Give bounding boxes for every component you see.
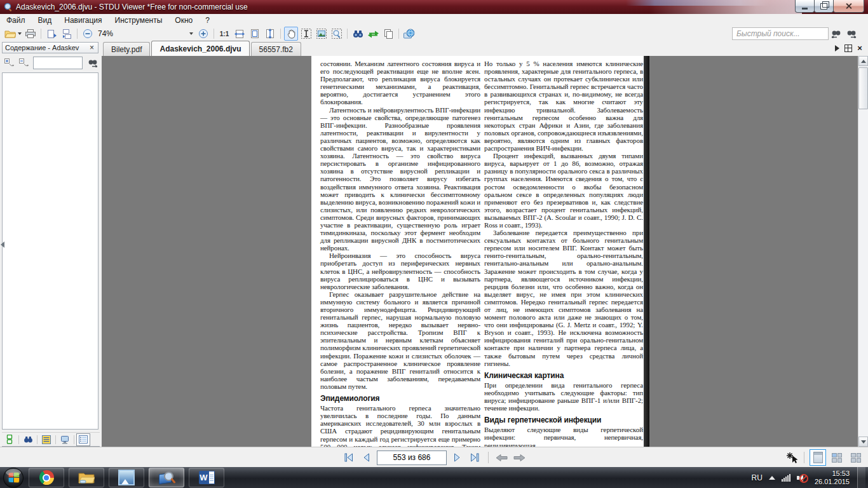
minimize-icon [802, 8, 808, 10]
taskbar-chrome-button[interactable] [29, 468, 64, 487]
menu-file[interactable]: Файл [0, 15, 32, 26]
paragraph: состоянии. Механизм латентного состояния… [320, 60, 480, 106]
minimize-button[interactable] [795, 0, 815, 13]
titlebar-glass-fade [649, 0, 802, 14]
contents-search-button[interactable] [86, 57, 99, 69]
menu-view[interactable]: Вид [32, 15, 58, 26]
layout-single-page-button[interactable] [810, 449, 826, 466]
window-list-icon [844, 44, 852, 52]
menu-navigation[interactable]: Навигация [58, 15, 108, 26]
next-page-button[interactable] [451, 451, 464, 464]
find-previous-button[interactable] [829, 27, 843, 41]
zoom-in-button[interactable] [196, 27, 210, 41]
print-button[interactable] [24, 27, 37, 41]
thumbnails-panel-button[interactable] [3, 433, 17, 446]
photo-viewer-icon [118, 470, 135, 485]
taskbar-clock[interactable]: 15:53 26.01.2015 [815, 470, 850, 486]
scroll-tabs-button[interactable] [831, 43, 843, 54]
taskbar-word-button[interactable]: W [189, 468, 224, 487]
window-title: Adaskevich_2006.djvu - STDU Viewer *Free… [16, 3, 248, 11]
paragraph: Но только у 5 % населения имеются клинич… [484, 60, 643, 152]
network-signal-icon[interactable] [782, 473, 790, 482]
search-panel-button[interactable] [21, 433, 35, 446]
stdu-viewer-window: Adaskevich_2006.djvu - STDU Viewer *Free… [0, 0, 868, 488]
online-update-button[interactable] [402, 27, 416, 41]
close-button[interactable] [833, 0, 864, 13]
section-heading-epidemiology: Эпидемиология [320, 395, 480, 402]
zoom-dropdown-icon [189, 32, 193, 35]
layout-grid-button[interactable] [848, 449, 864, 466]
contents-panel-button[interactable] [76, 433, 90, 446]
restore-button[interactable] [814, 0, 834, 13]
zoom-region-tool-button[interactable] [330, 27, 344, 41]
language-indicator[interactable]: RU [752, 473, 763, 482]
window-list-button[interactable] [843, 43, 854, 54]
brightness-adjust-icon[interactable] [786, 451, 799, 464]
scroll-down-icon [861, 440, 866, 444]
show-desktop-button[interactable] [857, 467, 865, 488]
hand-tool-button[interactable] [284, 27, 298, 41]
clock-time: 15:53 [815, 470, 850, 478]
document-view[interactable]: состоянии. Механизм латентного состояния… [102, 56, 868, 447]
contents-sidebar: Содержание - Adaskev × [0, 41, 102, 447]
export-panel-button[interactable] [58, 433, 72, 446]
actual-size-button[interactable]: 1:1 [217, 27, 231, 41]
fit-height-button[interactable] [263, 27, 277, 41]
switch-view-button[interactable] [366, 27, 380, 41]
close-tab-button[interactable]: × [854, 43, 865, 54]
page-number-input[interactable] [377, 451, 447, 465]
contents-tree[interactable] [2, 72, 98, 430]
fit-page-button[interactable] [248, 27, 262, 41]
hidden-icons-button[interactable] [769, 476, 775, 480]
section-heading-infection-types: Виды герпетической инфекции [484, 416, 643, 424]
volume-muted-icon[interactable] [797, 473, 808, 483]
paragraph: При определении вида генитального герпес… [484, 381, 643, 412]
last-page-button[interactable] [468, 451, 481, 464]
close-icon [845, 3, 852, 10]
paragraph: Заболевание передается преимущественно п… [484, 229, 643, 367]
word-icon: W [199, 471, 215, 484]
zoom-level-value: 74% [98, 29, 113, 38]
scrollbar-thumb[interactable] [858, 67, 868, 109]
select-image-tool-button[interactable] [315, 27, 329, 41]
history-back-button[interactable] [496, 451, 508, 464]
expand-all-button[interactable] [3, 57, 16, 69]
taskbar-stdu-viewer-button[interactable] [149, 468, 184, 487]
history-forward-button[interactable] [513, 451, 526, 464]
zoom-level-combobox[interactable]: 74% [95, 28, 196, 39]
document-page: состоянии. Механизм латентного состояния… [311, 56, 649, 447]
zoom-out-button[interactable] [81, 27, 95, 41]
tab-adaskevich-djvu[interactable]: Adaskevich_2006.djvu [151, 41, 249, 56]
menu-tools[interactable]: Инструменты [109, 15, 169, 26]
view-continuous-button[interactable] [60, 27, 74, 41]
select-text-tool-button[interactable] [299, 27, 313, 41]
status-bar [0, 447, 868, 468]
open-file-button[interactable] [4, 27, 22, 41]
collapse-all-button[interactable] [17, 57, 31, 69]
find-next-button[interactable] [844, 27, 858, 41]
sidebar-close-button[interactable]: × [88, 44, 95, 51]
toolbar: 74% 1:1 [0, 27, 868, 41]
scroll-up-button[interactable] [858, 56, 868, 66]
bookmarks-panel-button[interactable] [39, 433, 53, 446]
view-single-page-button[interactable] [44, 27, 58, 41]
start-button[interactable] [3, 468, 24, 487]
taskbar-photo-viewer-button[interactable] [109, 468, 144, 487]
first-page-button[interactable] [342, 451, 355, 464]
search-document-button[interactable] [351, 27, 365, 41]
sidebar-collapse-handle[interactable] [0, 236, 5, 253]
page-column-left: состоянии. Механизм латентного состояния… [320, 60, 480, 447]
scroll-down-button[interactable] [858, 437, 868, 447]
previous-page-button[interactable] [360, 451, 372, 464]
contents-filter-input[interactable] [33, 57, 83, 69]
quick-search-input[interactable] [732, 27, 829, 40]
fit-width-button[interactable] [233, 27, 247, 41]
copy-button[interactable] [381, 27, 395, 41]
menu-help[interactable]: ? [199, 15, 216, 26]
menu-window[interactable]: Окно [168, 15, 199, 26]
layout-facing-pages-button[interactable] [829, 449, 845, 466]
taskbar-explorer-button[interactable] [69, 468, 104, 487]
tab-56557-fb2[interactable]: 56557.fb2 [251, 42, 301, 56]
tab-bilety-pdf[interactable]: Bilety.pdf [103, 42, 150, 56]
vertical-scrollbar[interactable] [858, 56, 868, 447]
